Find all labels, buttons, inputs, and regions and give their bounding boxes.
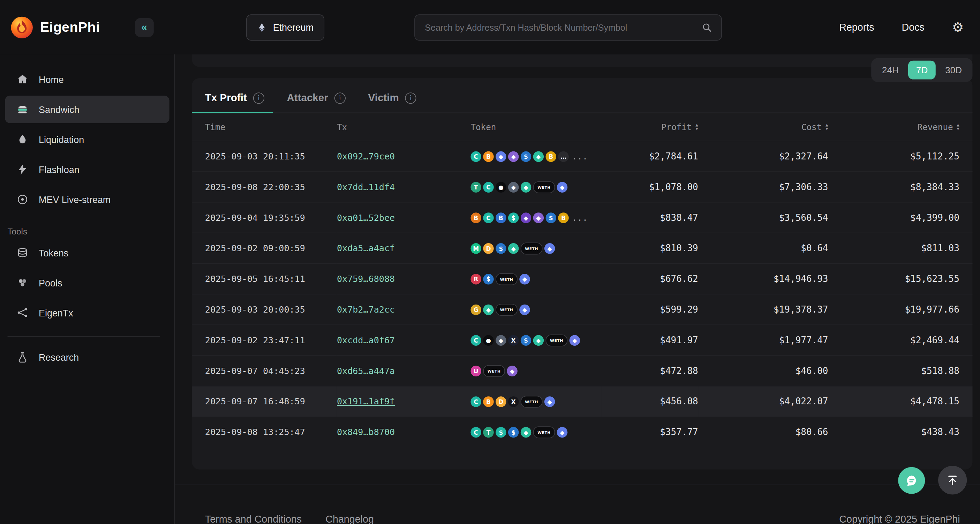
cell-revenue: $811.03 <box>829 233 972 264</box>
nav-docs-link[interactable]: Docs <box>902 22 924 33</box>
tx-hash-link[interactable]: 0x191…1af9f <box>337 396 395 406</box>
token-icon: C <box>471 151 481 161</box>
search-input[interactable] <box>424 22 696 33</box>
sidebar-item-label: EigenTx <box>39 307 73 318</box>
token-icon: $ <box>496 427 506 437</box>
cell-cost: $2,327.64 <box>699 141 829 172</box>
tx-hash-link[interactable]: 0xda5…a4acf <box>337 243 395 253</box>
cell-time: 2025-09-03 20:11:35 <box>192 141 336 172</box>
token-icon: ◆ <box>521 427 531 437</box>
search-icon[interactable] <box>701 22 712 33</box>
tab-label: Attacker <box>287 92 328 104</box>
tx-hash-link[interactable]: 0x092…79ce0 <box>337 151 395 161</box>
sidebar-item-flashloan[interactable]: Flashloan <box>5 156 169 183</box>
tx-hash-link[interactable]: 0xcdd…a0f67 <box>337 335 395 346</box>
cell-tokens: CB◆◆$◆B…... <box>470 141 602 172</box>
tx-hash-link[interactable]: 0xa01…52bee <box>337 212 395 223</box>
cell-profit: $2,784.61 <box>602 141 699 172</box>
sidebar-item-label: Liquidation <box>39 134 84 145</box>
tab-tx-profit[interactable]: Tx Profit i <box>205 92 264 112</box>
brand-logo[interactable]: EigenPhi <box>10 15 100 39</box>
network-selector[interactable]: Ethereum <box>246 14 325 40</box>
tx-hash-link[interactable]: 0x7b2…7a2cc <box>337 304 395 315</box>
sidebar-item-sandwich[interactable]: Sandwich <box>5 96 169 123</box>
chat-fab-button[interactable] <box>898 467 925 494</box>
token-icon: WETH <box>483 365 505 377</box>
token-icon: ◆ <box>521 182 531 192</box>
terms-link[interactable]: Terms and Conditions <box>205 514 302 524</box>
tx-hash-link[interactable]: 0x849…b8700 <box>337 427 395 437</box>
sidebar-item-liquidation[interactable]: Liquidation <box>5 126 169 153</box>
token-icon: $ <box>496 243 506 253</box>
tx-profit-card: Tx Profit i Attacker i Victim i <box>192 78 972 470</box>
range-24h-button[interactable]: 24H <box>874 61 907 80</box>
sort-icon[interactable]: ▲▼ <box>826 123 828 131</box>
flame-logo-icon <box>10 15 34 39</box>
nav-reports-link[interactable]: Reports <box>839 22 874 33</box>
cell-revenue: $15,623.55 <box>829 263 972 294</box>
token-icon: ◆ <box>519 304 530 315</box>
sidebar-item-eigentx[interactable]: EigenTx <box>5 299 169 327</box>
settings-gear-icon[interactable]: ⚙ <box>952 19 964 35</box>
lightning-icon <box>16 163 29 176</box>
table-row: 2025-09-04 19:35:590xa01…52beeBCB$◆◆$B..… <box>192 202 972 233</box>
sidebar-divider <box>8 336 160 337</box>
token-icon: ◆ <box>533 151 544 161</box>
info-icon[interactable]: i <box>253 92 264 103</box>
range-7d-button[interactable]: 7D <box>908 61 936 80</box>
token-icon: T <box>471 182 481 192</box>
cell-revenue: $438.43 <box>829 417 972 447</box>
token-icon: M <box>471 243 481 253</box>
cell-profit: $472.88 <box>602 355 699 386</box>
cell-time: 2025-09-02 09:00:59 <box>192 233 336 264</box>
back-to-top-button[interactable] <box>938 466 967 494</box>
info-icon[interactable]: i <box>405 92 417 103</box>
cell-cost: $7,306.33 <box>699 172 829 202</box>
changelog-link[interactable]: Changelog <box>325 514 374 524</box>
sort-icon[interactable]: ▲▼ <box>957 123 959 131</box>
table-header-row: Time Tx Token Profit▲▼ Cost▲▼ Revenue▲▼ <box>192 113 972 141</box>
cell-tx: 0xda5…a4acf <box>336 233 470 264</box>
token-icon: ◆ <box>519 274 530 284</box>
sidebar-item-home[interactable]: Home <box>5 65 169 93</box>
token-icon: C <box>483 182 493 192</box>
sidebar-item-label: Home <box>39 74 64 84</box>
cell-revenue: $4,399.00 <box>829 202 972 233</box>
tx-table-body: 2025-09-03 20:11:350x092…79ce0CB◆◆$◆B…..… <box>192 141 972 447</box>
sidebar-item-pools[interactable]: Pools <box>5 269 169 296</box>
header-nav: Reports Docs ⚙ <box>839 19 970 35</box>
tx-hash-link[interactable]: 0x7dd…11df4 <box>337 182 395 192</box>
tab-label: Tx Profit <box>205 92 247 104</box>
col-cost: Cost▲▼ <box>699 113 829 141</box>
cell-revenue: $4,478.15 <box>829 386 972 417</box>
sidebar-collapse-button[interactable]: « <box>135 18 154 37</box>
sidebar-item-mev-live-stream[interactable]: MEV Live-stream <box>5 186 169 213</box>
range-30d-button[interactable]: 30D <box>937 61 970 80</box>
chat-bubble-icon <box>905 474 918 487</box>
cell-profit: $456.08 <box>602 386 699 417</box>
tab-victim[interactable]: Victim i <box>368 92 416 112</box>
token-icon: ◆ <box>533 335 544 346</box>
col-token: Token <box>470 113 602 141</box>
sidebar-item-tokens[interactable]: Tokens <box>5 239 169 266</box>
table-row: 2025-09-08 13:25:470x849…b8700CT$$◆WETH◆… <box>192 417 972 447</box>
time-range-selector: 24H 7D 30D <box>872 58 973 82</box>
cell-tokens: UWETH◆ <box>470 355 602 386</box>
cell-time: 2025-09-07 04:45:23 <box>192 355 336 386</box>
table-row: 2025-09-02 09:00:590xda5…a4acfMD$◆WETH◆$… <box>192 233 972 264</box>
sidebar-item-research[interactable]: Research <box>5 343 169 371</box>
cell-tx: 0x7b2…7a2cc <box>336 294 470 325</box>
token-icon: X <box>508 335 519 346</box>
tx-hash-link[interactable]: 0x759…68088 <box>337 274 395 284</box>
sidebar-item-label: MEV Live-stream <box>39 194 111 204</box>
tx-hash-link[interactable]: 0xd65…a447a <box>337 366 395 376</box>
col-time: Time <box>192 113 336 141</box>
token-icon: B <box>471 212 481 223</box>
info-icon[interactable]: i <box>334 92 345 103</box>
sidebar-item-label: Sandwich <box>39 104 80 115</box>
sort-icon[interactable]: ▲▼ <box>695 123 698 131</box>
sidebar-section-tools: Tools <box>8 227 174 237</box>
tab-attacker[interactable]: Attacker i <box>287 92 345 112</box>
live-stream-icon <box>16 193 29 206</box>
cell-tokens: G◆WETH◆ <box>470 294 602 325</box>
